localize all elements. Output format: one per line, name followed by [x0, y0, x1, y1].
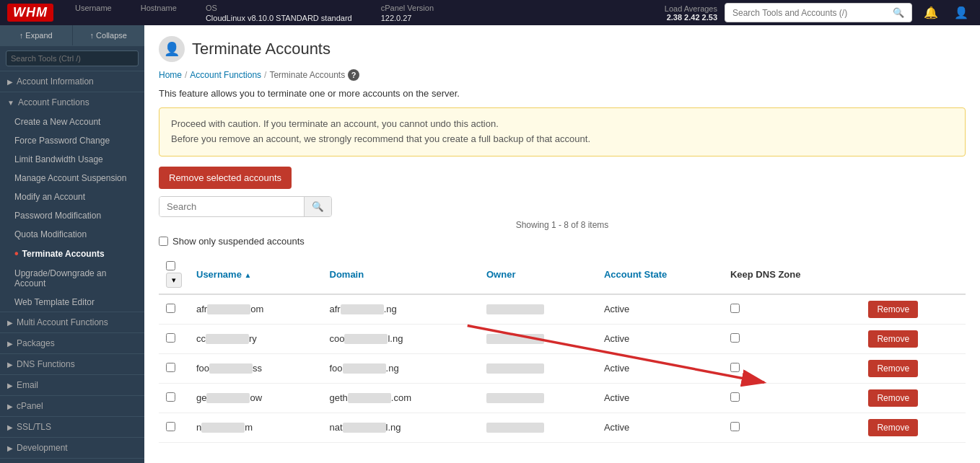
global-search-input[interactable] — [732, 8, 889, 18]
row-domain: foo.ng — [323, 353, 480, 383]
row-domain: geth.com — [323, 383, 480, 413]
main-content: 👤 Terminate Accounts Home / Account Func… — [144, 25, 980, 463]
th-owner-label: Owner — [486, 269, 515, 280]
row-username: afrom — [189, 294, 323, 325]
page-description: This feature allows you to terminate one… — [159, 88, 966, 99]
sidebar-section-header-ssl-tls[interactable]: ▶ SSL/TLS — [0, 417, 144, 437]
system-info: Username Hostname OS CloudLinux v8.10.0 … — [75, 4, 643, 22]
chevron-down-icon: ▼ — [7, 99, 14, 107]
sidebar-section-header-dns-functions[interactable]: ▶ DNS Functions — [0, 354, 144, 374]
showing-text: Showing 1 - 8 of 8 items — [159, 220, 966, 230]
remove-button[interactable]: Remove — [868, 330, 918, 348]
th-owner[interactable]: Owner — [479, 255, 597, 294]
sidebar-section-header-multi-account-functions[interactable]: ▶ Multi Account Functions — [0, 312, 144, 332]
warning-line-2: Before you remove an account, we strongl… — [171, 132, 953, 147]
help-icon[interactable]: ? — [348, 69, 359, 81]
sidebar-item-label-password-modification: Password Modification — [14, 211, 101, 221]
row-remove-cell: Remove — [861, 413, 966, 442]
sidebar-section-header-account-functions[interactable]: ▼ Account Functions — [0, 92, 144, 113]
show-suspended-label[interactable]: Show only suspended accounts — [172, 236, 305, 247]
sidebar-item-create-new-account[interactable]: Create a New Account — [0, 113, 144, 131]
sidebar-section-account-functions: ▼ Account Functions Create a New Account… — [0, 92, 144, 312]
row-keep-dns — [723, 294, 861, 325]
row-keep-dns — [723, 383, 861, 413]
th-account-state[interactable]: Account State — [597, 255, 723, 294]
table-header-row: ▾ Username ▲ Domain Owner — [159, 255, 966, 294]
whm-logo: WHM — [7, 4, 53, 22]
search-row: 🔍 — [159, 196, 966, 217]
search-input[interactable] — [159, 197, 304, 216]
accounts-table: ▾ Username ▲ Domain Owner — [159, 255, 966, 443]
expand-button[interactable]: ↑ Expand — [0, 25, 73, 45]
sidebar-section-header-packages[interactable]: ▶ Packages — [0, 333, 144, 353]
sidebar-section-header-account-information[interactable]: ▶ Account Information — [0, 71, 144, 92]
sort-asc-icon: ▲ — [245, 271, 252, 279]
sidebar-item-label-web-template-editor: Web Template Editor — [14, 297, 95, 307]
th-domain-label: Domain — [330, 269, 364, 280]
remove-button[interactable]: Remove — [868, 419, 918, 436]
sidebar-item-upgrade-downgrade[interactable]: Upgrade/Downgrade an Account — [0, 264, 144, 293]
select-all-checkbox[interactable] — [166, 261, 175, 270]
sidebar-section-header-development[interactable]: ▶ Development — [0, 438, 144, 458]
show-suspended-checkbox[interactable] — [159, 237, 168, 246]
keep-dns-checkbox[interactable] — [730, 333, 740, 343]
os-info: OS CloudLinux v8.10.0 STANDARD standard — [206, 4, 352, 22]
remove-selected-button[interactable]: Remove selected accounts — [159, 167, 292, 189]
row-domain: natl.ng — [323, 413, 480, 442]
sidebar-section-email: ▶ Email — [0, 375, 144, 396]
collapse-button[interactable]: ↑ Collapse — [73, 25, 145, 45]
sidebar-item-label-quota-modification: Quota Modification — [14, 229, 87, 239]
row-owner — [479, 294, 597, 325]
sidebar-item-web-template-editor[interactable]: Web Template Editor — [0, 293, 144, 312]
sidebar-item-manage-account-suspension[interactable]: Manage Account Suspension — [0, 169, 144, 188]
bell-icon[interactable]: 🔔 — [919, 4, 942, 21]
hostname-label: Hostname — [141, 4, 177, 12]
remove-button[interactable]: Remove — [868, 389, 918, 407]
cpanel-version-label: cPanel Version — [381, 4, 434, 12]
toolbar: Remove selected accounts — [159, 167, 966, 189]
keep-dns-checkbox[interactable] — [730, 363, 740, 372]
breadcrumb-home[interactable]: Home — [159, 70, 182, 80]
hostname-info: Hostname — [141, 4, 177, 22]
th-select-all: ▾ — [159, 255, 189, 294]
row-remove-cell: Remove — [861, 383, 966, 413]
sidebar-section-multi-account-functions: ▶ Multi Account Functions — [0, 312, 144, 333]
row-checkbox[interactable] — [166, 392, 175, 402]
sidebar-item-modify-an-account[interactable]: Modify an Account — [0, 188, 144, 206]
sidebar-section-header-email[interactable]: ▶ Email — [0, 375, 144, 395]
sidebar-item-quota-modification[interactable]: Quota Modification — [0, 225, 144, 244]
sidebar-section-header-cpanel[interactable]: ▶ cPanel — [0, 396, 144, 416]
sidebar: ↑ Expand ↑ Collapse ▶ Account Informatio… — [0, 25, 144, 463]
sidebar-search-area[interactable] — [0, 46, 144, 71]
sidebar-item-force-password-change[interactable]: Force Password Change — [0, 131, 144, 150]
sidebar-item-limit-bandwidth-usage[interactable]: Limit Bandwidth Usage — [0, 150, 144, 169]
sidebar-section-label-ssl-tls: SSL/TLS — [17, 422, 51, 432]
keep-dns-checkbox[interactable] — [730, 304, 740, 313]
remove-button[interactable]: Remove — [868, 301, 918, 318]
th-keep-dns-zone-label: Keep DNS Zone — [730, 269, 801, 280]
row-checkbox[interactable] — [166, 304, 175, 313]
breadcrumb-account-functions[interactable]: Account Functions — [190, 70, 261, 80]
show-suspended-row: Show only suspended accounts — [159, 236, 966, 247]
row-state: Active — [597, 383, 723, 413]
cpanel-version-info: cPanel Version 122.0.27 — [381, 4, 434, 22]
sidebar-search-input[interactable] — [6, 50, 139, 66]
row-checkbox[interactable] — [166, 363, 175, 372]
search-button[interactable]: 🔍 — [304, 197, 331, 216]
th-account-state-label: Account State — [604, 269, 667, 280]
th-username[interactable]: Username ▲ — [189, 255, 323, 294]
sidebar-section-dns-functions: ▶ DNS Functions — [0, 354, 144, 375]
sidebar-item-password-modification[interactable]: Password Modification — [0, 206, 144, 225]
search-input-wrap[interactable]: 🔍 — [159, 196, 332, 217]
row-domain: cool.ng — [323, 324, 480, 353]
keep-dns-checkbox[interactable] — [730, 392, 740, 402]
keep-dns-checkbox[interactable] — [730, 422, 740, 431]
global-search-bar[interactable]: 🔍 — [725, 3, 912, 22]
select-dropdown-button[interactable]: ▾ — [166, 273, 182, 288]
remove-button[interactable]: Remove — [868, 360, 918, 377]
row-checkbox[interactable] — [166, 422, 175, 431]
th-domain[interactable]: Domain — [323, 255, 480, 294]
user-icon[interactable]: 👤 — [950, 4, 973, 21]
row-checkbox[interactable] — [166, 333, 175, 343]
sidebar-item-terminate-accounts[interactable]: • Terminate Accounts — [0, 244, 144, 264]
